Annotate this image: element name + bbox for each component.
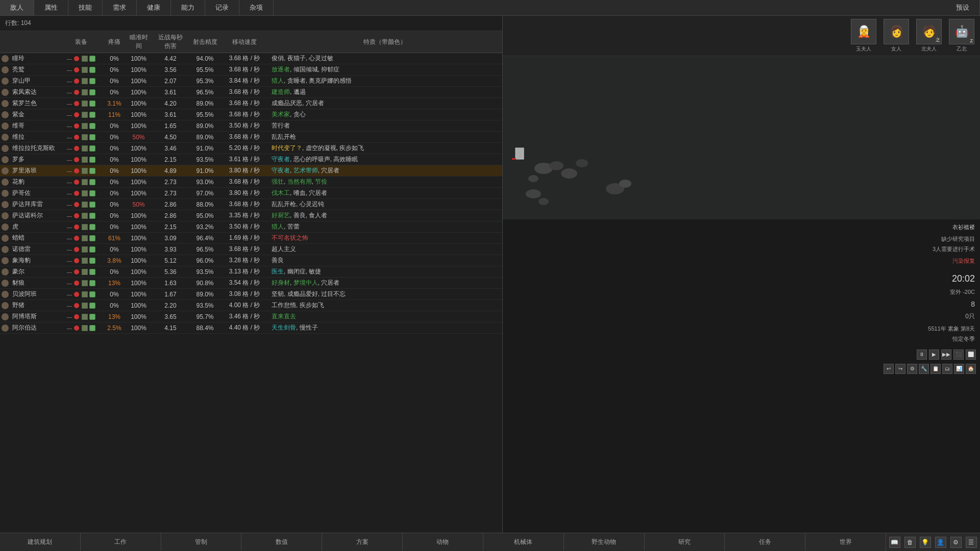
equip-cell: — — [58, 233, 104, 244]
avatar-cell — [0, 289, 10, 300]
bottom-tab-world[interactable]: 世界 — [805, 533, 886, 551]
bottom-icon-person[interactable]: 👤 — [935, 537, 946, 548]
table-row[interactable]: 野猪— 0%100%2.2093.5%4.00 格 / 秒工作怠惰, 疾步如飞 — [0, 300, 502, 311]
bottom-tab-manage[interactable]: 管制 — [161, 533, 242, 551]
bottom-icon-trash[interactable]: 🗑 — [904, 537, 916, 548]
table-row[interactable]: 诺德雷— 0%100%3.9396.5%3.68 格 / 秒超人主义 — [0, 244, 502, 255]
avatar-cell — [0, 322, 10, 334]
table-row[interactable]: 维拉— 0%50%4.5089.0%3.68 格 / 秒乱乱开枪 — [0, 132, 502, 143]
portrait-label-2: 北夫人 — [914, 45, 944, 53]
map-svg — [503, 56, 980, 219]
bottom-tab-work[interactable]: 工作 — [81, 533, 161, 551]
tab-attributes[interactable]: 属性 — [34, 0, 68, 15]
speed-cell: 3.46 格 / 秒 — [222, 311, 267, 322]
table-row[interactable]: 象海豹— 3.8%100%5.1296.0%3.28 格 / 秒善良 — [0, 255, 502, 266]
table-row[interactable]: 穿山甲— 0%100%2.0795.3%3.84 格 / 秒猎人, 贪睡者, 奥… — [0, 76, 502, 87]
pain-cell: 3.1% — [104, 98, 125, 109]
melee-cell: 2.73 — [153, 177, 188, 188]
bottom-tab-animals[interactable]: 动物 — [403, 533, 483, 551]
table-wrapper[interactable]: 装备 疼痛 瞄准时间 近战每秒伤害 射击精度 移动速度 特质（带颜色） 瞳玲— … — [0, 31, 502, 533]
bottom-icon-light[interactable]: 💡 — [920, 537, 931, 548]
accuracy-cell: 93.5% — [188, 154, 222, 165]
bottom-tab-quests[interactable]: 任务 — [725, 533, 805, 551]
tab-health[interactable]: 健康 — [137, 0, 171, 15]
melee-cell: 5.36 — [153, 266, 188, 278]
table-row[interactable]: 虎— 0%100%2.1593.2%3.50 格 / 秒猎人, 苦蕾 — [0, 221, 502, 233]
icon-btn-3[interactable]: ⚙ — [907, 364, 917, 374]
speed-cell: 3.84 格 / 秒 — [222, 76, 267, 87]
table-row[interactable]: 罗里洛班— 0%100%4.8991.0%3.80 格 / 秒守夜者, 艺术带师… — [0, 165, 502, 177]
portrait-3[interactable]: 🤖 Z 乙北 — [946, 19, 977, 53]
tab-misc[interactable]: 杂项 — [239, 0, 274, 15]
table-row[interactable]: 豪尔— 0%100%5.3693.5%3.13 格 / 秒医生, 幽闭症, 敏捷 — [0, 266, 502, 278]
melee-cell: 5.12 — [153, 255, 188, 266]
tab-preset[interactable]: 预设 — [946, 0, 980, 15]
table-row[interactable]: 秃鹫— 0%100%3.5695.5%3.68 格 / 秒放逐者, 倾国倾城, … — [0, 64, 502, 76]
equip-cell: — — [58, 210, 104, 221]
melee-cell: 3.61 — [153, 109, 188, 120]
bottom-tab-wildlife[interactable]: 野生动物 — [564, 533, 645, 551]
tab-log[interactable]: 记录 — [205, 0, 239, 15]
portrait-2[interactable]: 🧑 之 北夫人 — [914, 19, 944, 53]
bottom-tab-building[interactable]: 建筑规划 — [0, 533, 81, 551]
table-row[interactable]: 瞳玲— 0%100%4.4294.0%3.68 格 / 秒俊俏, 夜猫子, 心灵… — [0, 53, 502, 64]
table-row[interactable]: 紫罗兰色— 3.1%100%4.2089.0%3.68 格 / 秒成瘾品厌恶, … — [0, 98, 502, 109]
traits-cell: 强壮, 当然有用, 节俭 — [267, 177, 502, 188]
equip-cell: — — [58, 255, 104, 266]
bottom-icon-book[interactable]: 📖 — [889, 537, 900, 548]
portrait-1[interactable]: 👩 女人 — [881, 19, 912, 53]
icon-btn-1[interactable]: ↩ — [884, 364, 894, 374]
table-row[interactable]: 维哥— 0%100%1.6589.0%3.50 格 / 秒苦行者 — [0, 120, 502, 132]
table-row[interactable]: 紫金— 11%100%3.6195.5%3.68 格 / 秒美术家, 贪心 — [0, 109, 502, 120]
bottom-tab-research[interactable]: 研究 — [645, 533, 725, 551]
map-area[interactable] — [503, 56, 980, 219]
speed-cell: 3.80 格 / 秒 — [222, 165, 267, 177]
equip-cell: — — [58, 177, 104, 188]
icon-btn-5[interactable]: 📋 — [930, 364, 941, 374]
pause-button[interactable]: ⏸ — [917, 349, 927, 360]
traits-cell: 猎人, 贪睡者, 奥克萨娜的感悟 — [267, 76, 502, 87]
icon-btn-7[interactable]: 📊 — [954, 364, 964, 374]
bottom-icon-settings[interactable]: ⚙ — [950, 537, 962, 548]
table-row[interactable]: 花豹— 0%100%2.7393.0%3.68 格 / 秒强壮, 当然有用, 节… — [0, 177, 502, 188]
table-row[interactable]: 索凤索达— 0%100%3.6196.5%3.68 格 / 秒建造师, 邋遢 — [0, 87, 502, 98]
table-row[interactable]: 阿尔伯达— 2.5%100%4.1588.4%4.40 格 / 秒天生剑骨, 慢… — [0, 322, 502, 334]
ctrl-btn-4[interactable]: ⬛ — [953, 349, 964, 360]
speed-cell: 3.68 格 / 秒 — [222, 244, 267, 255]
aim-cell: 100% — [125, 266, 153, 278]
aim-cell: 50% — [125, 132, 153, 143]
tab-skills[interactable]: 技能 — [68, 0, 103, 15]
table-row[interactable]: 萨达拜库雷— 0%50%2.8688.0%3.68 格 / 秒乱乱开枪, 心灵迟… — [0, 199, 502, 210]
ctrl-btn-5[interactable]: ⬜ — [966, 349, 976, 360]
pain-cell: 0% — [104, 143, 125, 154]
accuracy-cell: 91.0% — [188, 165, 222, 177]
bottom-tab-mech[interactable]: 机械体 — [483, 533, 564, 551]
table-row[interactable]: 蜡蜡— 61%100%3.0996.4%1.69 格 / 秒不可名状之怖 — [0, 233, 502, 244]
tab-needs[interactable]: 需求 — [103, 0, 137, 15]
table-row[interactable]: 贝波阿班— 0%100%1.6789.0%3.08 格 / 秒坚韧, 成瘾品爱好… — [0, 289, 502, 300]
portrait-0[interactable]: 🧝 玉夫人 — [848, 19, 879, 53]
col-melee: 近战每秒伤害 — [153, 31, 188, 53]
table-row[interactable]: 萨哥佐— 0%100%2.7397.0%3.80 格 / 秒伐木工, 嗜血, 穴… — [0, 188, 502, 199]
play-button[interactable]: ▶ — [929, 349, 939, 360]
pain-cell: 11% — [104, 109, 125, 120]
icon-btn-4[interactable]: 🔧 — [919, 364, 929, 374]
icon-btn-8[interactable]: 🏠 — [966, 364, 976, 374]
icon-btn-2[interactable]: ↪ — [895, 364, 905, 374]
traits-cell: 好厨艺, 善良, 食人者 — [267, 210, 502, 221]
icon-btn-6[interactable]: 🗂 — [942, 364, 952, 374]
table-row[interactable]: 豺狼— 13%100%1.6390.8%3.54 格 / 秒好身材, 梦境中人,… — [0, 278, 502, 289]
name-cell: 野猪 — [10, 300, 58, 311]
bottom-tab-values[interactable]: 数值 — [241, 533, 322, 551]
table-row[interactable]: 罗多— 0%100%2.1593.5%3.61 格 / 秒守夜者, 恶心的呼吸声… — [0, 154, 502, 165]
table-row[interactable]: 阿博塔斯— 13%100%3.6595.7%3.46 格 / 秒直来直去 — [0, 311, 502, 322]
fast-button[interactable]: ▶▶ — [941, 349, 951, 360]
tab-enemy[interactable]: 敌人 — [0, 0, 34, 15]
svg-point-3 — [561, 168, 577, 179]
tab-ability[interactable]: 能力 — [171, 0, 205, 15]
table-row[interactable]: 维拉拉托克斯欧— 0%100%3.4691.0%5.20 格 / 秒时代变了？,… — [0, 143, 502, 154]
name-cell: 紫罗兰色 — [10, 98, 58, 109]
bottom-tab-plan[interactable]: 方案 — [322, 533, 403, 551]
bottom-icon-menu[interactable]: ☰ — [966, 537, 977, 548]
table-row[interactable]: 萨达诺科尔— 0%100%2.8695.0%3.35 格 / 秒好厨艺, 善良,… — [0, 210, 502, 221]
